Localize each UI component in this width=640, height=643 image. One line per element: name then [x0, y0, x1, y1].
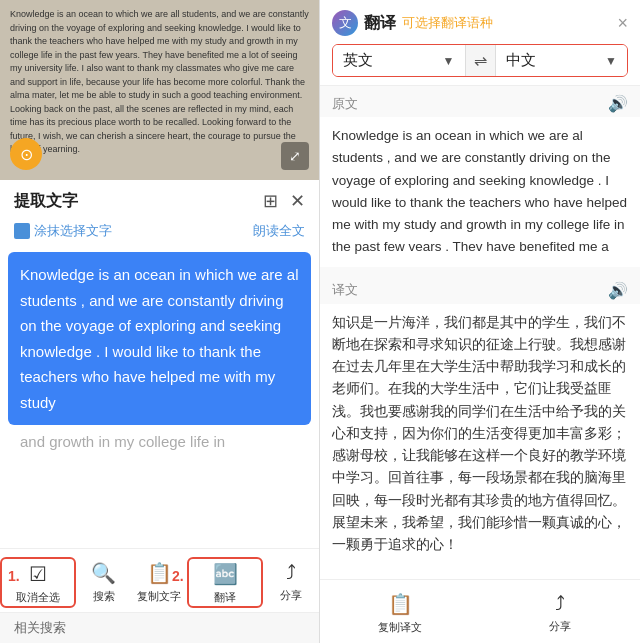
share-label: 分享 — [280, 588, 302, 603]
copy-translation-label: 复制译文 — [378, 620, 422, 635]
copy-text-label: 复制文字 — [137, 589, 181, 604]
source-language-selector[interactable]: 英文 ▼ — [333, 45, 465, 76]
target-language-selector[interactable]: 中文 ▼ — [496, 45, 628, 76]
translate-label: 翻译 — [214, 590, 236, 605]
grid-icon[interactable]: ⊞ — [263, 190, 278, 212]
extract-header: 提取文字 ⊞ ✕ — [0, 180, 319, 218]
translate-char-icon: 文 — [339, 14, 352, 32]
translation-sound-icon[interactable]: 🔊 — [608, 281, 628, 300]
original-sound-icon[interactable]: 🔊 — [608, 94, 628, 113]
cancel-all-label: 取消全选 — [16, 590, 60, 605]
scan-icon[interactable]: ⊙ — [10, 138, 42, 170]
document-image: Knowledge is an ocean to which we are al… — [0, 0, 319, 180]
right-close-button[interactable]: × — [617, 13, 628, 34]
share-translation-button[interactable]: ⤴ 分享 — [480, 588, 640, 639]
extract-title: 提取文字 — [14, 191, 78, 212]
left-panel: Knowledge is an ocean to which we are al… — [0, 0, 320, 643]
share-translation-icon: ⤴ — [555, 592, 565, 615]
text-content-area: Knowledge is an ocean in which we are al… — [0, 248, 319, 548]
translate-circle-icon: 文 — [332, 10, 358, 36]
search-icon: 🔍 — [91, 561, 116, 585]
copy-translation-icon: 📋 — [388, 592, 413, 616]
search-button[interactable]: 🔍 搜索 — [76, 557, 132, 608]
translate-title-row: 文 翻译 可选择翻译语种 — [332, 10, 493, 36]
language-swap-button[interactable]: ⇌ — [465, 45, 496, 76]
header-icons: ⊞ ✕ — [263, 190, 305, 212]
language-selector: 英文 ▼ ⇌ 中文 ▼ — [332, 44, 628, 77]
badge-2: 2. — [172, 568, 184, 584]
right-panel: 文 翻译 可选择翻译语种 × 英文 ▼ ⇌ 中文 ▼ 原文 🔊 Knowledg… — [320, 0, 640, 643]
original-text-box: Knowledge is an ocean in which we are al… — [320, 117, 640, 267]
read-all-button[interactable]: 朗读全文 — [253, 222, 305, 240]
smear-icon — [14, 223, 30, 239]
share-button[interactable]: ⤴ 分享 — [263, 557, 319, 608]
original-label-row: 原文 🔊 — [320, 86, 640, 117]
translate-title: 翻译 — [364, 13, 396, 34]
copy-icon: 📋 — [147, 561, 172, 585]
translate-icon: 🔤 — [213, 562, 238, 586]
source-lang-arrow-icon: ▼ — [443, 54, 455, 68]
share-translation-label: 分享 — [549, 619, 571, 634]
action-row: 涂抹选择文字 朗读全文 — [0, 218, 319, 248]
search-label: 搜索 — [93, 589, 115, 604]
smear-button[interactable]: 涂抹选择文字 — [14, 222, 112, 240]
right-header-top: 文 翻译 可选择翻译语种 × — [332, 10, 628, 36]
smear-label: 涂抹选择文字 — [34, 222, 112, 240]
right-header: 文 翻译 可选择翻译语种 × 英文 ▼ ⇌ 中文 ▼ — [320, 0, 640, 86]
bottom-toolbar: ☑ 取消全选 🔍 搜索 📋 复制文字 🔤 翻译 ⤴ 分享 — [0, 548, 319, 612]
expand-icon[interactable]: ⤢ — [281, 142, 309, 170]
source-language-label: 英文 — [343, 51, 373, 70]
badge-1: 1. — [8, 568, 20, 584]
related-search[interactable]: 相关搜索 — [0, 612, 319, 643]
original-label: 原文 — [332, 95, 358, 113]
highlighted-text[interactable]: Knowledge is an ocean in which we are al… — [8, 252, 311, 425]
translation-text-box: 知识是一片海洋，我们都是其中的学生，我们不断地在探索和寻求知识的征途上行驶。我想… — [320, 304, 640, 579]
translate-button[interactable]: 🔤 翻译 — [187, 557, 263, 608]
right-bottom-toolbar: 📋 复制译文 ⤴ 分享 — [320, 579, 640, 643]
selectable-hint: 可选择翻译语种 — [402, 14, 493, 32]
cancel-all-icon: ☑ — [29, 562, 47, 586]
target-lang-arrow-icon: ▼ — [605, 54, 617, 68]
translation-label: 译文 — [332, 281, 358, 299]
target-language-label: 中文 — [506, 51, 536, 70]
faded-text: and growth in my college life in — [8, 429, 311, 455]
image-text: Knowledge is an ocean to which we are al… — [10, 8, 309, 157]
copy-translation-button[interactable]: 📋 复制译文 — [320, 588, 480, 639]
share-icon: ⤴ — [286, 561, 296, 584]
translation-label-row: 译文 🔊 — [320, 273, 640, 304]
close-icon[interactable]: ✕ — [290, 190, 305, 212]
